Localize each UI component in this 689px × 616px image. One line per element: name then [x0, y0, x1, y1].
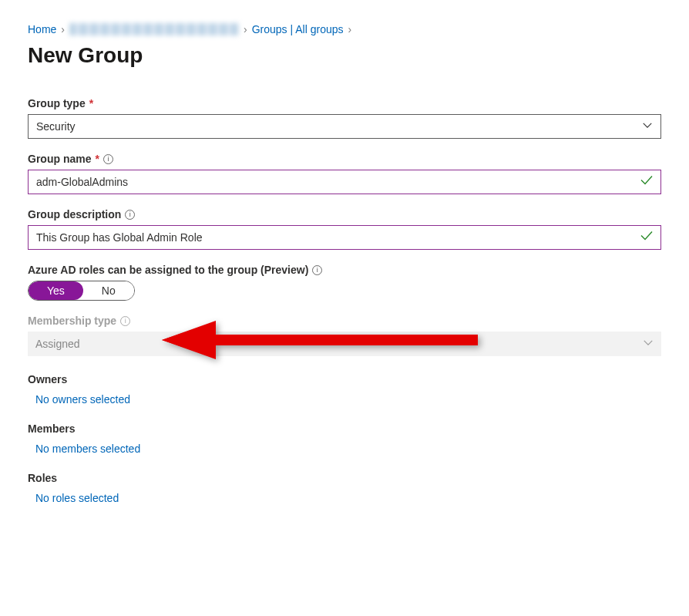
members-heading: Members: [28, 422, 661, 435]
group-name-label: Group name * i: [28, 153, 661, 165]
members-section: Members No members selected: [28, 422, 661, 455]
membership-type-field: Membership type i Assigned: [28, 315, 661, 356]
members-select-link[interactable]: No members selected: [28, 443, 661, 455]
checkmark-icon: [639, 173, 654, 192]
group-type-label: Group type *: [28, 97, 661, 109]
roles-heading: Roles: [28, 472, 661, 484]
membership-type-label: Membership type i: [28, 315, 661, 327]
info-icon[interactable]: i: [125, 210, 135, 220]
roles-select-link[interactable]: No roles selected: [28, 492, 661, 504]
input-value: adm-GlobalAdmins: [36, 176, 128, 188]
label-text: Group name: [28, 153, 91, 165]
chevron-right-icon: ›: [244, 23, 247, 35]
group-type-field: Group type * Security: [28, 97, 661, 139]
required-star-icon: *: [95, 153, 99, 165]
owners-heading: Owners: [28, 373, 661, 385]
page-title: New Group: [28, 43, 661, 68]
breadcrumb-groups-link[interactable]: Groups | All groups: [252, 23, 344, 35]
label-text: Group description: [28, 208, 121, 220]
chevron-down-icon: [643, 338, 654, 351]
owners-select-link[interactable]: No owners selected: [28, 393, 661, 406]
group-type-dropdown[interactable]: Security: [28, 114, 661, 139]
group-name-input[interactable]: adm-GlobalAdmins: [28, 170, 661, 194]
membership-type-dropdown: Assigned: [28, 332, 661, 356]
chevron-down-icon: [642, 120, 653, 133]
breadcrumb-tenant-redacted: [69, 23, 239, 35]
roles-assignable-toggle[interactable]: Yes No: [28, 281, 135, 301]
label-text: Membership type: [28, 315, 116, 327]
chevron-right-icon: ›: [61, 23, 65, 35]
dropdown-value: Security: [36, 120, 76, 133]
group-description-label: Group description i: [28, 208, 661, 220]
input-value: This Group has Global Admin Role: [36, 231, 203, 244]
checkmark-icon: [639, 228, 654, 247]
roles-assignable-label: Azure AD roles can be assigned to the gr…: [28, 264, 661, 276]
owners-section: Owners No owners selected: [28, 373, 661, 406]
roles-section: Roles No roles selected: [28, 472, 661, 504]
group-description-field: Group description i This Group has Globa…: [28, 208, 661, 250]
info-icon[interactable]: i: [312, 265, 322, 275]
info-icon[interactable]: i: [103, 154, 113, 164]
info-icon: i: [120, 316, 130, 326]
toggle-no[interactable]: No: [83, 281, 134, 300]
toggle-yes[interactable]: Yes: [29, 281, 83, 300]
breadcrumb-home-link[interactable]: Home: [28, 23, 56, 35]
label-text: Group type: [28, 97, 86, 109]
roles-assignable-field: Azure AD roles can be assigned to the gr…: [28, 264, 661, 301]
group-name-field: Group name * i adm-GlobalAdmins: [28, 153, 661, 194]
dropdown-value: Assigned: [35, 338, 80, 350]
label-text: Azure AD roles can be assigned to the gr…: [28, 264, 308, 276]
breadcrumb: Home › › Groups | All groups ›: [28, 23, 661, 35]
required-star-icon: *: [89, 97, 93, 109]
chevron-right-icon: ›: [348, 23, 352, 35]
group-description-input[interactable]: This Group has Global Admin Role: [28, 225, 661, 250]
